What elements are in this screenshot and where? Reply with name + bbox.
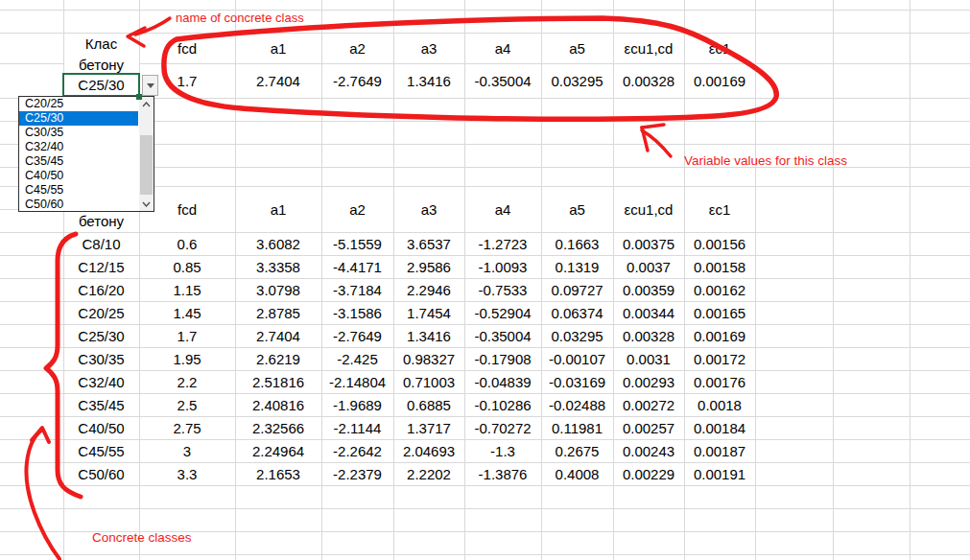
value-cell[interactable]: 1.7 xyxy=(139,324,235,347)
value-cell[interactable]: 0.0018 xyxy=(684,393,755,416)
value-cell[interactable]: 3.6537 xyxy=(393,232,464,255)
value-cell[interactable]: 0.85 xyxy=(139,255,235,278)
value-cell[interactable]: 0.00243 xyxy=(613,439,684,462)
value-cell[interactable]: -0.10286 xyxy=(464,393,541,416)
value-cell[interactable]: 2.9586 xyxy=(393,255,464,278)
dropdown-item[interactable]: C40/50 xyxy=(19,168,138,182)
dropdown-scrollbar[interactable] xyxy=(139,97,154,211)
value-cell[interactable]: 2.51816 xyxy=(235,370,321,393)
dropdown-item[interactable]: C32/40 xyxy=(19,140,138,154)
value-cell[interactable]: -0.35004 xyxy=(464,63,541,98)
class-cell[interactable]: C50/60 xyxy=(63,462,139,485)
value-cell[interactable]: 3.3 xyxy=(139,462,235,485)
value-cell[interactable]: -2.7649 xyxy=(321,63,393,98)
column-header[interactable]: a1 xyxy=(235,186,321,232)
value-cell[interactable]: 0.00169 xyxy=(684,63,755,98)
dropdown-button[interactable] xyxy=(142,75,158,96)
value-cell[interactable]: -1.3 xyxy=(464,439,541,462)
value-cell[interactable]: 0.11981 xyxy=(541,416,613,439)
class-cell[interactable]: C45/55 xyxy=(63,439,139,462)
value-cell[interactable]: 2.32566 xyxy=(235,416,321,439)
value-cell[interactable]: 0.00169 xyxy=(684,324,755,347)
value-cell[interactable]: 0.00229 xyxy=(613,462,684,485)
value-cell[interactable]: 0.03295 xyxy=(541,63,613,98)
value-cell[interactable]: -4.4171 xyxy=(321,255,393,278)
scrollbar-thumb[interactable] xyxy=(140,135,153,195)
value-cell[interactable]: 1.95 xyxy=(139,347,235,370)
class-cell[interactable]: C16/20 xyxy=(63,278,139,301)
value-cell[interactable]: 0.71003 xyxy=(393,370,464,393)
column-header[interactable]: a5 xyxy=(541,33,613,63)
value-cell[interactable]: -2.1144 xyxy=(321,416,393,439)
column-header[interactable]: εcu1,cd xyxy=(613,33,684,63)
value-cell[interactable]: 0.00191 xyxy=(684,462,755,485)
value-cell[interactable]: -0.52904 xyxy=(464,301,541,324)
dropdown-item[interactable]: C35/45 xyxy=(19,154,138,169)
value-cell[interactable]: 0.6885 xyxy=(393,393,464,416)
column-header[interactable]: a2 xyxy=(321,186,393,232)
dropdown-item[interactable]: C25/30 xyxy=(19,111,138,126)
value-cell[interactable]: 1.15 xyxy=(139,278,235,301)
value-cell[interactable]: 0.00156 xyxy=(684,232,755,255)
value-cell[interactable]: 2.1653 xyxy=(235,462,321,485)
class-cell[interactable]: C20/25 xyxy=(63,301,139,324)
column-header[interactable]: a3 xyxy=(393,33,464,63)
value-cell[interactable]: 2.7404 xyxy=(235,324,321,347)
value-cell[interactable]: -1.2723 xyxy=(464,232,541,255)
value-cell[interactable]: 1.3416 xyxy=(393,324,464,347)
dropdown-item[interactable]: C20/25 xyxy=(19,97,138,111)
value-cell[interactable]: -2.7649 xyxy=(321,324,393,347)
value-cell[interactable]: -5.1559 xyxy=(321,232,393,255)
column-header[interactable]: a3 xyxy=(393,186,464,232)
value-cell[interactable]: -0.04839 xyxy=(464,370,541,393)
value-cell[interactable]: 2.2946 xyxy=(393,278,464,301)
value-cell[interactable]: -0.7533 xyxy=(464,278,541,301)
value-cell[interactable]: 0.00172 xyxy=(684,347,755,370)
value-cell[interactable]: -1.0093 xyxy=(464,255,541,278)
value-cell[interactable]: -0.03169 xyxy=(541,370,613,393)
column-header[interactable]: εc1 xyxy=(684,186,755,232)
value-cell[interactable]: 0.00176 xyxy=(684,370,755,393)
value-cell[interactable]: 0.0037 xyxy=(613,255,684,278)
value-cell[interactable]: -0.35004 xyxy=(464,324,541,347)
value-cell[interactable]: 3.0798 xyxy=(235,278,321,301)
column-header[interactable]: a1 xyxy=(235,33,321,63)
value-cell[interactable]: -2.425 xyxy=(321,347,393,370)
selected-class-cell[interactable]: C25/30 xyxy=(62,73,140,97)
value-cell[interactable]: 1.3416 xyxy=(393,63,464,98)
value-cell[interactable]: -0.70272 xyxy=(464,416,541,439)
value-cell[interactable]: 1.3717 xyxy=(393,416,464,439)
value-cell[interactable]: 2.8785 xyxy=(235,301,321,324)
value-cell[interactable]: -2.2379 xyxy=(321,462,393,485)
value-cell[interactable]: 3 xyxy=(139,439,235,462)
column-header[interactable]: a4 xyxy=(464,33,541,63)
value-cell[interactable]: 0.00344 xyxy=(613,301,684,324)
value-cell[interactable]: 0.00187 xyxy=(684,439,755,462)
value-cell[interactable]: 2.7404 xyxy=(235,63,321,98)
value-cell[interactable]: 0.6 xyxy=(139,232,235,255)
value-cell[interactable]: 0.00272 xyxy=(613,393,684,416)
value-cell[interactable]: -3.1586 xyxy=(321,301,393,324)
value-cell[interactable]: 0.0031 xyxy=(613,347,684,370)
class-cell[interactable]: C30/35 xyxy=(63,347,139,370)
value-cell[interactable]: 0.1663 xyxy=(541,232,613,255)
value-cell[interactable]: 2.40816 xyxy=(235,393,321,416)
value-cell[interactable]: 0.2675 xyxy=(541,439,613,462)
value-cell[interactable]: 0.00293 xyxy=(613,370,684,393)
class-cell[interactable]: C8/10 xyxy=(63,232,139,255)
value-cell[interactable]: 3.6082 xyxy=(235,232,321,255)
value-cell[interactable]: -3.7184 xyxy=(321,278,393,301)
value-cell[interactable]: 2.5 xyxy=(139,393,235,416)
value-cell[interactable]: 0.00375 xyxy=(613,232,684,255)
column-header[interactable]: a5 xyxy=(541,186,613,232)
column-header[interactable]: εc1 xyxy=(684,33,755,63)
value-cell[interactable]: 1.45 xyxy=(139,301,235,324)
class-cell[interactable]: C40/50 xyxy=(63,416,139,439)
value-cell[interactable]: 3.3358 xyxy=(235,255,321,278)
value-cell[interactable]: 0.00328 xyxy=(613,63,684,98)
class-cell[interactable]: C32/40 xyxy=(63,370,139,393)
value-cell[interactable]: 2.2202 xyxy=(393,462,464,485)
value-cell[interactable]: -0.17908 xyxy=(464,347,541,370)
value-cell[interactable]: 0.4008 xyxy=(541,462,613,485)
dropdown-item[interactable]: C45/55 xyxy=(19,182,138,197)
